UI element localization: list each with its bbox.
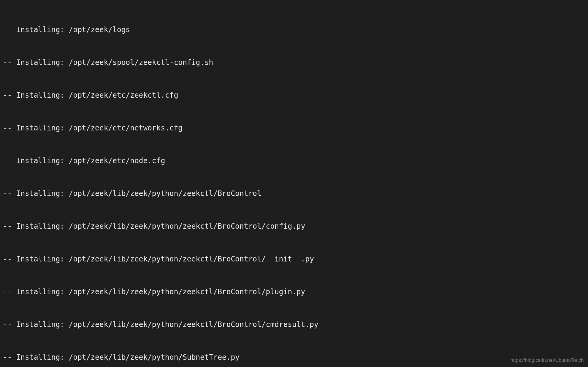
output-line: -- Installing: /opt/zeek/lib/zeek/python… — [3, 286, 585, 297]
output-line: -- Installing: /opt/zeek/lib/zeek/python… — [3, 352, 585, 363]
output-line: -- Installing: /opt/zeek/lib/zeek/python… — [3, 254, 585, 264]
output-line: -- Installing: /opt/zeek/etc/node.cfg — [3, 155, 585, 166]
output-line: -- Installing: /opt/zeek/etc/networks.cf… — [3, 123, 585, 133]
output-line: -- Installing: /opt/zeek/logs — [3, 24, 585, 35]
output-line: -- Installing: /opt/zeek/spool/zeekctl-c… — [3, 57, 585, 68]
watermark-text: https://blog.csdn.net/UbuntuTouch — [510, 357, 584, 364]
output-line: -- Installing: /opt/zeek/lib/zeek/python… — [3, 188, 585, 199]
output-line: -- Installing: /opt/zeek/lib/zeek/python… — [3, 221, 585, 232]
output-line: -- Installing: /opt/zeek/lib/zeek/python… — [3, 319, 585, 330]
output-line: -- Installing: /opt/zeek/etc/zeekctl.cfg — [3, 90, 585, 101]
terminal-output[interactable]: -- Installing: /opt/zeek/logs -- Install… — [3, 2, 585, 367]
